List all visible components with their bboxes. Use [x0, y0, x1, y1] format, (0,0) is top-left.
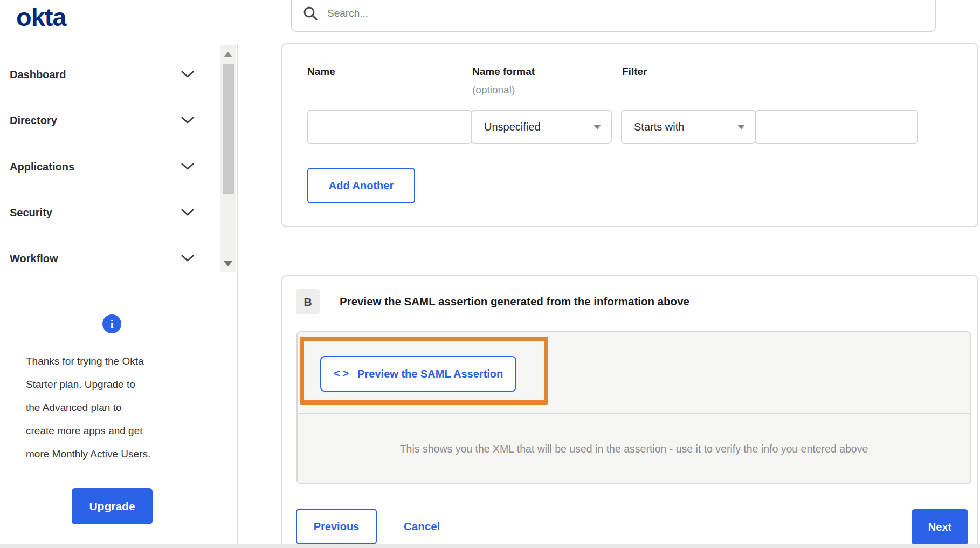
sidebar-item-directory[interactable]: Directory [0, 108, 216, 132]
attribute-name-input[interactable] [307, 110, 472, 144]
preview-panel: <> Preview the SAML Assertion This shows… [296, 331, 971, 484]
scroll-down-icon[interactable] [224, 261, 232, 266]
add-another-button[interactable]: Add Another [307, 168, 415, 203]
code-icon: <> [334, 367, 351, 380]
name-format-dropdown[interactable]: Unspecified [471, 110, 612, 144]
next-button[interactable]: Next [912, 509, 968, 545]
sidebar-item-label: Dashboard [10, 68, 66, 81]
sidebar-item-workflow[interactable]: Workflow [0, 246, 216, 270]
caret-down-icon [737, 125, 745, 129]
chevron-down-icon [181, 255, 194, 262]
filter-operator-dropdown[interactable]: Starts with [621, 110, 756, 144]
global-search[interactable] [291, 0, 936, 32]
sidebar-item-label: Workflow [10, 252, 58, 265]
name-format-column-label: Name format [472, 66, 535, 78]
upsell-message: Thanks for trying the Okta Starter plan.… [26, 350, 215, 465]
chevron-down-icon [181, 117, 194, 124]
name-column-label: Name [307, 66, 335, 78]
sidebar-item-applications[interactable]: Applications [0, 155, 216, 179]
okta-logo: okta [16, 2, 66, 32]
filter-operator-selected-value: Starts with [634, 121, 684, 133]
search-icon [303, 6, 319, 22]
horizontal-scrollbar[interactable] [0, 544, 980, 548]
chevron-down-icon [181, 163, 194, 170]
upsell-line: Thanks for trying the Okta [26, 350, 215, 373]
okta-admin-page: okta Dashboard Directory Applications Se… [0, 0, 980, 548]
filter-column-label: Filter [622, 66, 647, 78]
section-b-badge: B [296, 289, 320, 314]
preview-button-area: <> Preview the SAML Assertion [298, 332, 970, 414]
preview-description: This shows you the XML that will be used… [298, 414, 970, 484]
caret-down-icon [593, 125, 601, 129]
info-icon: i [102, 314, 121, 333]
section-b-title: Preview the SAML assertion generated fro… [340, 295, 689, 308]
sidebar-item-dashboard[interactable]: Dashboard [0, 63, 216, 86]
sidebar-item-label: Security [10, 207, 52, 219]
upgrade-button[interactable]: Upgrade [72, 488, 153, 524]
attribute-statements-card: Name Name format (optional) Filter Unspe… [281, 43, 978, 227]
search-input[interactable] [326, 7, 894, 20]
scrollbar-thumb[interactable] [223, 64, 234, 194]
sidebar-item-label: Applications [10, 161, 74, 173]
sidebar-divider [237, 45, 238, 548]
upsell-line: the Advanced plan to [26, 396, 215, 419]
preview-saml-assertion-button[interactable]: <> Preview the SAML Assertion [320, 356, 516, 392]
upsell-line: more Monthly Active Users. [26, 442, 215, 465]
chevron-down-icon [181, 209, 194, 216]
sidebar-item-label: Directory [10, 114, 57, 127]
sidebar-scrollbar[interactable] [220, 45, 236, 272]
sidebar-nav: Dashboard Directory Applications Securit… [0, 45, 237, 272]
filter-value-input[interactable] [755, 110, 918, 144]
name-format-selected-value: Unspecified [484, 121, 541, 133]
upsell-line: Starter plan. Upgrade to [26, 373, 215, 396]
scroll-up-icon[interactable] [224, 52, 232, 57]
cancel-link[interactable]: Cancel [404, 509, 440, 544]
chevron-down-icon [181, 71, 194, 78]
name-format-optional-hint: (optional) [472, 84, 515, 96]
sidebar-item-security[interactable]: Security [0, 201, 216, 224]
preview-button-label: Preview the SAML Assertion [357, 368, 503, 380]
previous-button[interactable]: Previous [296, 509, 377, 544]
preview-assertion-card: B Preview the SAML assertion generated f… [281, 275, 978, 548]
upsell-line: create more apps and get [26, 419, 215, 442]
